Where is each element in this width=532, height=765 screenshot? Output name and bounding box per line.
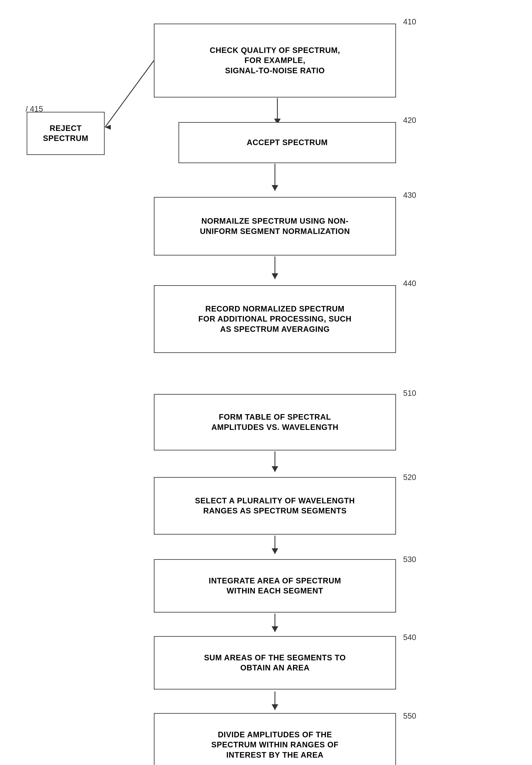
box-430: NORMAILZE SPECTRUM USING NON-UNIFORM SEG…: [154, 197, 396, 256]
box-550-text: DIVIDE AMPLITUDES OF THESPECTRUM WITHIN …: [211, 730, 338, 760]
box-510: FORM TABLE OF SPECTRALAMPLITUDES VS. WAV…: [154, 394, 396, 450]
box-440: RECORD NORMALIZED SPECTRUMFOR ADDITIONAL…: [154, 285, 396, 353]
box-550: DIVIDE AMPLITUDES OF THESPECTRUM WITHIN …: [154, 713, 396, 765]
box-420: ACCEPT SPECTRUM: [179, 122, 396, 163]
box-510-text: FORM TABLE OF SPECTRALAMPLITUDES VS. WAV…: [211, 412, 338, 432]
svg-marker-9: [271, 548, 278, 554]
box-540-text: SUM AREAS OF THE SEGMENTS TOOBTAIN AN AR…: [204, 653, 346, 673]
svg-marker-3: [271, 185, 278, 191]
ref-540: 540: [403, 633, 416, 642]
box-540: SUM AREAS OF THE SEGMENTS TOOBTAIN AN AR…: [154, 636, 396, 689]
box-415: REJECTSPECTRUM: [27, 112, 105, 155]
ref-520: 520: [403, 473, 416, 482]
svg-marker-13: [271, 704, 278, 710]
box-420-text: ACCEPT SPECTRUM: [247, 138, 328, 148]
svg-marker-7: [271, 466, 278, 472]
box-415-text: REJECTSPECTRUM: [43, 123, 88, 144]
ref-440: 440: [403, 279, 416, 288]
box-410: CHECK QUALITY OF SPECTRUM,FOR EXAMPLE,SI…: [154, 24, 396, 98]
diagram-container: 410 CHECK QUALITY OF SPECTRUM,FOR EXAMPL…: [0, 0, 532, 765]
box-520-text: SELECT A PLURALITY OF WAVELENGTHRANGES A…: [195, 496, 355, 516]
svg-marker-5: [271, 273, 278, 279]
box-530: INTEGRATE AREA OF SPECTRUMWITHIN EACH SE…: [154, 559, 396, 612]
ref-430: 430: [403, 191, 416, 200]
ref-550: 550: [403, 712, 416, 720]
box-520: SELECT A PLURALITY OF WAVELENGTHRANGES A…: [154, 477, 396, 534]
svg-line-0: [105, 61, 154, 127]
box-430-text: NORMAILZE SPECTRUM USING NON-UNIFORM SEG…: [200, 216, 350, 236]
arrow-410-420: [274, 98, 281, 124]
box-530-text: INTEGRATE AREA OF SPECTRUMWITHIN EACH SE…: [209, 576, 341, 596]
ref-510: 510: [403, 389, 416, 398]
ref-410: 410: [403, 17, 416, 26]
box-410-text: CHECK QUALITY OF SPECTRUM,FOR EXAMPLE,SI…: [210, 45, 340, 76]
ref-420: 420: [403, 116, 416, 125]
svg-marker-11: [271, 626, 278, 632]
box-440-text: RECORD NORMALIZED SPECTRUMFOR ADDITIONAL…: [199, 304, 352, 334]
ref-530: 530: [403, 555, 416, 564]
svg-marker-1: [105, 125, 111, 130]
